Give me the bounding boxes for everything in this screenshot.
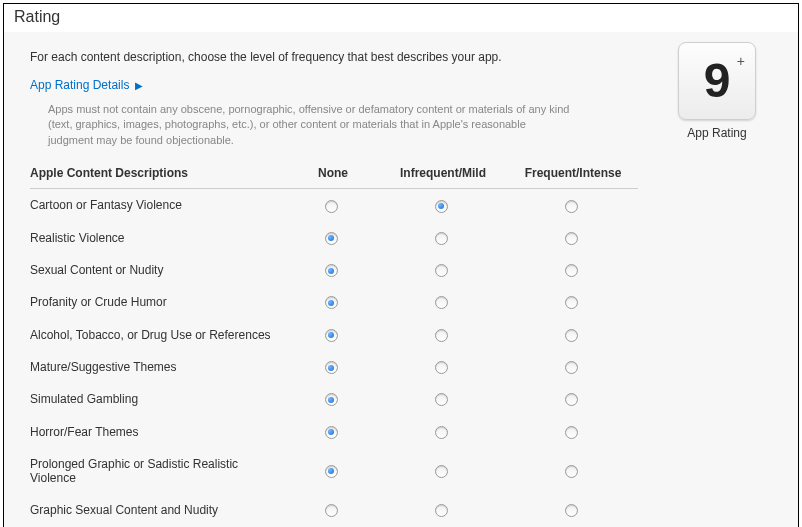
rating-row-label: Prolonged Graphic or Sadistic Realistic … [30, 448, 288, 494]
rating-row: Simulated Gambling [30, 383, 638, 415]
rating-cell-intense [508, 383, 638, 415]
ratings-table: Apple Content Descriptions None Infreque… [30, 160, 638, 526]
rating-row: Alcohol, Tobacco, or Drug Use or Referen… [30, 318, 638, 350]
radio-intense[interactable] [565, 393, 578, 406]
rating-cell-none [288, 351, 378, 383]
rating-cell-mild [378, 222, 508, 254]
rating-row: Mature/Suggestive Themes [30, 351, 638, 383]
rating-cell-intense [508, 415, 638, 447]
plus-icon: + [737, 53, 745, 69]
rating-content: For each content description, choose the… [4, 32, 798, 527]
disclaimer-text: Apps must not contain any obscene, porno… [30, 102, 570, 160]
radio-mild[interactable] [435, 393, 448, 406]
radio-none[interactable] [325, 264, 338, 277]
radio-none[interactable] [325, 296, 338, 309]
rating-cell-none [288, 222, 378, 254]
app-rating-value: 9 [704, 57, 731, 105]
radio-mild[interactable] [435, 264, 448, 277]
radio-mild[interactable] [435, 296, 448, 309]
rating-row: Graphic Sexual Content and Nudity [30, 494, 638, 526]
radio-mild[interactable] [435, 200, 448, 213]
rating-cell-mild [378, 189, 508, 222]
radio-none[interactable] [325, 465, 338, 478]
radio-intense[interactable] [565, 232, 578, 245]
details-link-label: App Rating Details [30, 78, 129, 92]
radio-intense[interactable] [565, 296, 578, 309]
radio-none[interactable] [325, 426, 338, 439]
rating-row-label: Sexual Content or Nudity [30, 254, 288, 286]
rating-cell-none [288, 383, 378, 415]
rating-row: Realistic Violence [30, 222, 638, 254]
rating-cell-none [288, 318, 378, 350]
rating-row-label: Realistic Violence [30, 222, 288, 254]
radio-mild[interactable] [435, 465, 448, 478]
app-rating-side: 9 + App Rating [662, 42, 772, 140]
app-rating-card: 9 + [678, 42, 756, 120]
rating-cell-none [288, 415, 378, 447]
rating-cell-mild [378, 383, 508, 415]
rating-row: Profanity or Crude Humor [30, 286, 638, 318]
radio-none[interactable] [325, 200, 338, 213]
rating-row-label: Graphic Sexual Content and Nudity [30, 494, 288, 526]
rating-row: Prolonged Graphic or Sadistic Realistic … [30, 448, 638, 494]
rating-cell-intense [508, 222, 638, 254]
rating-row: Horror/Fear Themes [30, 415, 638, 447]
rating-cell-mild [378, 494, 508, 526]
radio-mild[interactable] [435, 232, 448, 245]
radio-intense[interactable] [565, 361, 578, 374]
rating-cell-mild [378, 286, 508, 318]
triangle-right-icon: ▶ [135, 80, 143, 91]
col-intense: Frequent/Intense [508, 160, 638, 189]
rating-row: Sexual Content or Nudity [30, 254, 638, 286]
radio-none[interactable] [325, 504, 338, 517]
rating-cell-intense [508, 286, 638, 318]
rating-cell-mild [378, 351, 508, 383]
rating-cell-mild [378, 254, 508, 286]
rating-cell-mild [378, 448, 508, 494]
radio-intense[interactable] [565, 504, 578, 517]
rating-row-label: Horror/Fear Themes [30, 415, 288, 447]
rating-row-label: Alcohol, Tobacco, or Drug Use or Referen… [30, 318, 288, 350]
rating-cell-none [288, 494, 378, 526]
rating-table-wrap: App Rating Details ▶ Apps must not conta… [30, 78, 638, 526]
panel-title: Rating [4, 4, 798, 32]
rating-cell-intense [508, 254, 638, 286]
rating-cell-none [288, 448, 378, 494]
radio-intense[interactable] [565, 465, 578, 478]
radio-none[interactable] [325, 329, 338, 342]
radio-none[interactable] [325, 393, 338, 406]
radio-intense[interactable] [565, 200, 578, 213]
radio-mild[interactable] [435, 504, 448, 517]
radio-intense[interactable] [565, 329, 578, 342]
radio-none[interactable] [325, 361, 338, 374]
rating-cell-none [288, 254, 378, 286]
rating-cell-none [288, 189, 378, 222]
ratings-header-row: Apple Content Descriptions None Infreque… [30, 160, 638, 189]
rating-row: Cartoon or Fantasy Violence [30, 189, 638, 222]
rating-row-label: Mature/Suggestive Themes [30, 351, 288, 383]
radio-mild[interactable] [435, 329, 448, 342]
rating-row-label: Cartoon or Fantasy Violence [30, 189, 288, 222]
intro-text: For each content description, choose the… [30, 50, 772, 64]
app-rating-details-link[interactable]: App Rating Details ▶ [30, 78, 143, 92]
rating-cell-intense [508, 189, 638, 222]
col-mild: Infrequent/Mild [378, 160, 508, 189]
rating-layout: App Rating Details ▶ Apps must not conta… [30, 78, 772, 526]
rating-cell-intense [508, 351, 638, 383]
app-rating-label: App Rating [662, 126, 772, 140]
radio-intense[interactable] [565, 264, 578, 277]
radio-mild[interactable] [435, 426, 448, 439]
rating-row-label: Simulated Gambling [30, 383, 288, 415]
radio-none[interactable] [325, 232, 338, 245]
col-none: None [288, 160, 378, 189]
radio-intense[interactable] [565, 426, 578, 439]
rating-panel: Rating For each content description, cho… [3, 3, 799, 527]
rating-cell-mild [378, 318, 508, 350]
rating-row-label: Profanity or Crude Humor [30, 286, 288, 318]
details-link-row: App Rating Details ▶ [30, 78, 638, 92]
rating-cell-intense [508, 494, 638, 526]
rating-cell-intense [508, 318, 638, 350]
rating-cell-mild [378, 415, 508, 447]
radio-mild[interactable] [435, 361, 448, 374]
col-descriptions: Apple Content Descriptions [30, 160, 288, 189]
